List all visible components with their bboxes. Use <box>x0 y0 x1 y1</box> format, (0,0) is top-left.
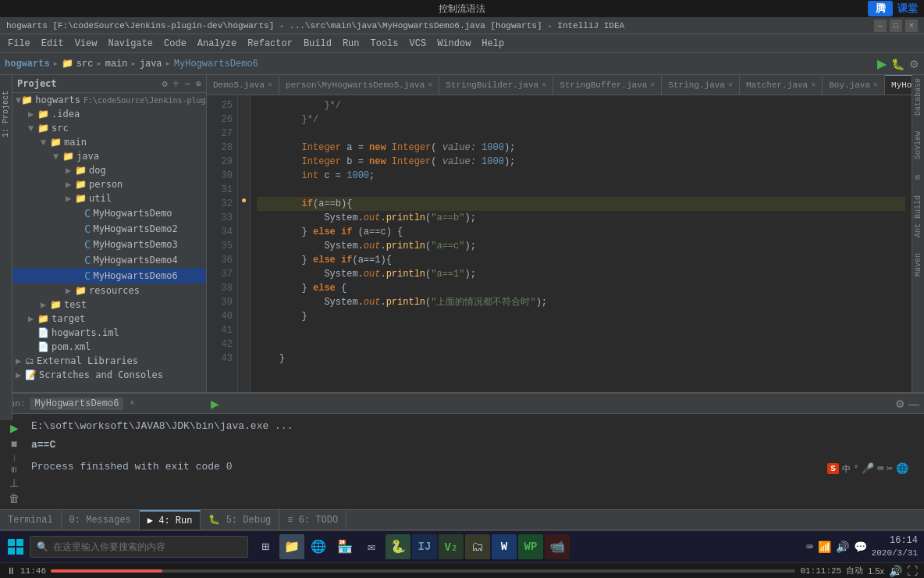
run-scroll-button[interactable]: ≡ <box>6 466 22 473</box>
tab-todo[interactable]: ≡ 6: TODO <box>279 510 346 530</box>
tab-matcher[interactable]: Matcher.java × <box>740 76 823 95</box>
code-editor[interactable]: }*/ }*/ Integer a = new Integer( value: … <box>251 95 912 405</box>
taskbar-icon-mail[interactable]: ✉ <box>359 534 384 559</box>
m-tab[interactable]: m <box>914 175 922 180</box>
video-volume-button[interactable]: 🔊 <box>889 565 902 577</box>
tree-item-util[interactable]: ▶ 📁 util <box>12 191 206 205</box>
menu-refactor[interactable]: Refactor <box>243 37 297 51</box>
run-close-icon[interactable]: × <box>130 399 134 408</box>
ant-build-tab[interactable]: Ant Build <box>914 195 922 237</box>
tree-item-src[interactable]: ▼ 📁 src <box>12 121 206 135</box>
taskbar-icon-intellij[interactable]: IJ <box>412 534 437 559</box>
menu-code[interactable]: Code <box>159 37 191 51</box>
taskbar-icon-video[interactable]: 📹 <box>545 534 570 559</box>
taskbar-icon-wps[interactable]: WP <box>518 534 543 559</box>
menu-vcs[interactable]: VCS <box>405 37 432 51</box>
project-panel-label[interactable]: 1: Project <box>0 75 12 420</box>
tree-item-dog[interactable]: ▶ 📁 dog <box>12 163 206 177</box>
video-progress-bar[interactable] <box>51 569 795 573</box>
taskbar-icon-taskview[interactable]: ⊞ <box>253 534 278 559</box>
run-settings-button[interactable]: ⚙ <box>895 398 905 410</box>
menu-help[interactable]: Help <box>477 37 509 51</box>
run-minimize-button[interactable]: — <box>908 398 919 410</box>
tab-stringbuffer[interactable]: StringBuffer.java × <box>553 76 662 95</box>
tree-item-demo6[interactable]: C MyHogwartsDemo6 <box>12 268 206 284</box>
breakpoint-marker[interactable]: ● <box>238 194 250 208</box>
tab-close-icon[interactable]: × <box>728 81 733 90</box>
run-restart-button[interactable]: ▶ <box>6 422 22 434</box>
tab-person[interactable]: person\MyHogwartsDemo5.java × <box>279 76 439 95</box>
menu-view[interactable]: View <box>70 37 102 51</box>
taskbar-icon-python[interactable]: 🐍 <box>386 534 410 559</box>
tree-item-demo1[interactable]: C MyHogwartsDemo <box>12 205 206 221</box>
tree-item-test[interactable]: ▶ 📁 test <box>12 298 206 312</box>
run-clear-button[interactable]: 🗑 <box>6 492 22 505</box>
run-controls: ▶ <box>211 398 219 409</box>
menu-tools[interactable]: Tools <box>366 37 403 51</box>
tab-messages[interactable]: 0: Messages <box>62 510 140 530</box>
tree-item-external[interactable]: ▶ 🗂 External Libraries <box>12 354 206 368</box>
run-filter-button[interactable]: ⊥ <box>6 476 22 489</box>
minimize-button[interactable]: – <box>874 20 887 32</box>
settings-button[interactable]: ⚙ <box>909 58 919 70</box>
tree-item-java[interactable]: ▼ 📁 java <box>12 149 206 163</box>
tab-stringbuilder[interactable]: StringBuilder.java × <box>439 76 553 95</box>
start-button[interactable] <box>3 534 28 559</box>
tree-item-idea[interactable]: ▶ 📁 .idea <box>12 107 206 121</box>
taskbar-search[interactable]: 🔍 <box>30 536 248 558</box>
tree-item-target[interactable]: ▶ 📁 target <box>12 312 206 326</box>
tab-run-active[interactable]: ▶ 4: Run <box>140 510 201 530</box>
tab-close-icon[interactable]: × <box>268 81 272 90</box>
video-speed-button[interactable]: 自动 <box>846 565 863 576</box>
tree-item-scratches[interactable]: ▶ 📝 Scratches and Consoles <box>12 368 206 382</box>
taskbar-search-input[interactable] <box>53 541 225 552</box>
menu-navigate[interactable]: Navigate <box>103 37 158 51</box>
taskbar-icon-files[interactable]: 🗂 <box>465 534 490 559</box>
video-pause-button[interactable]: ⏸ <box>6 566 16 576</box>
tree-item-demo2[interactable]: C MyHogwartsDemo2 <box>12 221 206 237</box>
taskbar-icon-edge[interactable]: 🌐 <box>306 534 331 559</box>
menu-build[interactable]: Build <box>299 37 336 51</box>
menu-file[interactable]: File <box>3 37 35 51</box>
tab-debug[interactable]: 🐛 5: Debug <box>201 510 279 530</box>
menu-analyze[interactable]: Analyze <box>193 37 241 51</box>
tab-close-icon[interactable]: × <box>873 81 878 90</box>
tab-close-icon[interactable]: × <box>811 81 816 90</box>
tab-close-icon[interactable]: × <box>650 81 655 90</box>
tab-close-icon[interactable]: × <box>428 81 432 90</box>
tree-item-hogwarts-iml[interactable]: 📄 hogwarts.iml <box>12 326 206 340</box>
code-line-29: Integer b = new Integer( value: 1000); <box>257 155 905 169</box>
tab-demo5[interactable]: Demo5.java × <box>207 76 279 95</box>
tab-demo6-active[interactable]: MyHogwartsDemo6.java × <box>885 75 912 95</box>
taskbar-icon-word[interactable]: W <box>492 534 517 559</box>
tab-close-icon[interactable]: × <box>542 81 546 90</box>
close-button[interactable]: × <box>905 20 918 32</box>
tree-item-main[interactable]: ▼ 📁 main <box>12 135 206 149</box>
taskbar-icon-explorer[interactable]: 📁 <box>279 534 304 559</box>
debug-button[interactable]: 🐛 <box>891 58 904 70</box>
tree-item-hogwarts[interactable]: ▼ 📁 hogwarts F:\codeSource\Jenkins-plugi… <box>12 93 206 107</box>
menu-window[interactable]: Window <box>432 37 475 51</box>
tree-item-pom[interactable]: 📄 pom.xml <box>12 340 206 354</box>
video-zoom-button[interactable]: 1.5x <box>868 566 884 576</box>
maximize-button[interactable]: □ <box>890 20 902 32</box>
taskbar-icon-store[interactable]: 🏪 <box>332 534 357 559</box>
tree-item-demo4[interactable]: C MyHogwartsDemo4 <box>12 252 206 268</box>
database-tab[interactable]: Database <box>914 78 922 116</box>
maven-tab[interactable]: Maven <box>914 253 922 277</box>
taskbar-icon-v2[interactable]: V₂ <box>439 534 464 559</box>
tree-item-resources[interactable]: ▶ 📁 resources <box>12 284 206 298</box>
video-fullscreen-button[interactable]: ⛶ <box>907 565 918 577</box>
run-button[interactable]: ▶ <box>877 56 887 71</box>
run-play-button[interactable]: ▶ <box>211 398 219 409</box>
tab-string[interactable]: String.java × <box>662 76 740 95</box>
run-stop-button[interactable]: ■ <box>6 437 22 450</box>
tree-item-person[interactable]: ▶ 📁 person <box>12 177 206 191</box>
menu-edit[interactable]: Edit <box>37 37 69 51</box>
tree-item-demo3[interactable]: C MyHogwartsDemo3 <box>12 237 206 252</box>
menu-run[interactable]: Run <box>338 37 364 51</box>
tab-terminal[interactable]: Terminal <box>0 510 62 530</box>
soview-tab[interactable]: SoView <box>914 131 922 159</box>
tab-boy[interactable]: Boy.java × <box>823 76 885 95</box>
code-container[interactable]: 25 26 27 28 29 30 31 32 33 34 35 36 37 3… <box>207 95 912 405</box>
